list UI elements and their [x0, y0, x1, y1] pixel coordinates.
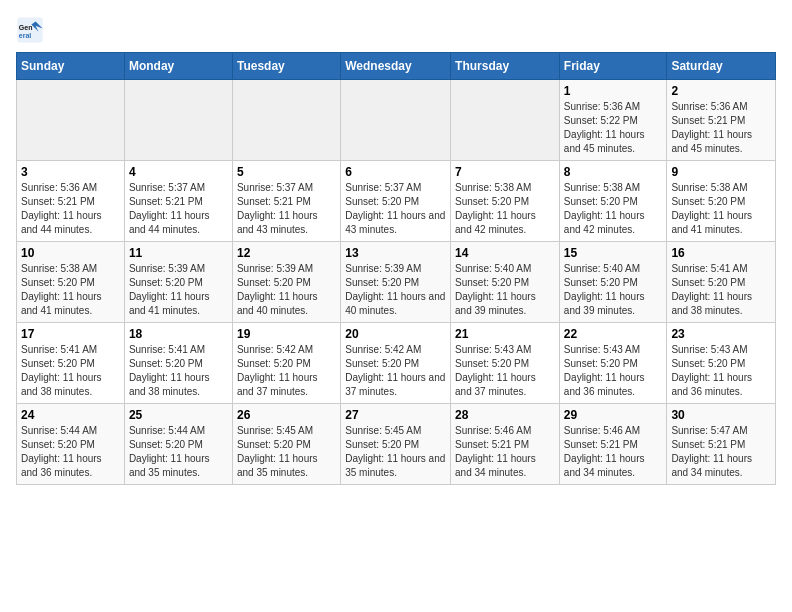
calendar-cell: 21Sunrise: 5:43 AMSunset: 5:20 PMDayligh…	[451, 323, 560, 404]
calendar-cell: 25Sunrise: 5:44 AMSunset: 5:20 PMDayligh…	[124, 404, 232, 485]
day-number: 11	[129, 246, 228, 260]
day-number: 15	[564, 246, 663, 260]
logo: Gen eral	[16, 16, 48, 44]
calendar-cell: 20Sunrise: 5:42 AMSunset: 5:20 PMDayligh…	[341, 323, 451, 404]
day-info: Sunrise: 5:46 AMSunset: 5:21 PMDaylight:…	[455, 424, 555, 480]
day-info: Sunrise: 5:40 AMSunset: 5:20 PMDaylight:…	[564, 262, 663, 318]
day-info: Sunrise: 5:46 AMSunset: 5:21 PMDaylight:…	[564, 424, 663, 480]
weekday-header-wednesday: Wednesday	[341, 53, 451, 80]
day-number: 3	[21, 165, 120, 179]
day-info: Sunrise: 5:38 AMSunset: 5:20 PMDaylight:…	[671, 181, 771, 237]
page-header: Gen eral	[16, 16, 776, 44]
day-number: 29	[564, 408, 663, 422]
day-info: Sunrise: 5:41 AMSunset: 5:20 PMDaylight:…	[129, 343, 228, 399]
calendar-cell: 7Sunrise: 5:38 AMSunset: 5:20 PMDaylight…	[451, 161, 560, 242]
logo-icon: Gen eral	[16, 16, 44, 44]
calendar-cell: 2Sunrise: 5:36 AMSunset: 5:21 PMDaylight…	[667, 80, 776, 161]
day-info: Sunrise: 5:42 AMSunset: 5:20 PMDaylight:…	[345, 343, 446, 399]
day-number: 13	[345, 246, 446, 260]
calendar-cell: 22Sunrise: 5:43 AMSunset: 5:20 PMDayligh…	[559, 323, 667, 404]
calendar-cell	[124, 80, 232, 161]
day-number: 19	[237, 327, 336, 341]
calendar-week-3: 10Sunrise: 5:38 AMSunset: 5:20 PMDayligh…	[17, 242, 776, 323]
day-number: 23	[671, 327, 771, 341]
day-number: 24	[21, 408, 120, 422]
calendar-cell: 14Sunrise: 5:40 AMSunset: 5:20 PMDayligh…	[451, 242, 560, 323]
day-info: Sunrise: 5:45 AMSunset: 5:20 PMDaylight:…	[237, 424, 336, 480]
calendar-cell: 10Sunrise: 5:38 AMSunset: 5:20 PMDayligh…	[17, 242, 125, 323]
day-info: Sunrise: 5:38 AMSunset: 5:20 PMDaylight:…	[455, 181, 555, 237]
day-info: Sunrise: 5:41 AMSunset: 5:20 PMDaylight:…	[21, 343, 120, 399]
day-info: Sunrise: 5:42 AMSunset: 5:20 PMDaylight:…	[237, 343, 336, 399]
day-number: 30	[671, 408, 771, 422]
day-info: Sunrise: 5:39 AMSunset: 5:20 PMDaylight:…	[345, 262, 446, 318]
calendar-cell: 30Sunrise: 5:47 AMSunset: 5:21 PMDayligh…	[667, 404, 776, 485]
day-number: 16	[671, 246, 771, 260]
calendar-cell: 15Sunrise: 5:40 AMSunset: 5:20 PMDayligh…	[559, 242, 667, 323]
day-info: Sunrise: 5:43 AMSunset: 5:20 PMDaylight:…	[564, 343, 663, 399]
day-number: 17	[21, 327, 120, 341]
day-number: 20	[345, 327, 446, 341]
day-number: 8	[564, 165, 663, 179]
day-number: 4	[129, 165, 228, 179]
day-number: 22	[564, 327, 663, 341]
weekday-header-saturday: Saturday	[667, 53, 776, 80]
calendar-cell	[451, 80, 560, 161]
day-info: Sunrise: 5:44 AMSunset: 5:20 PMDaylight:…	[129, 424, 228, 480]
svg-text:Gen: Gen	[19, 24, 33, 31]
weekday-header-sunday: Sunday	[17, 53, 125, 80]
day-info: Sunrise: 5:37 AMSunset: 5:20 PMDaylight:…	[345, 181, 446, 237]
weekday-header-thursday: Thursday	[451, 53, 560, 80]
calendar-cell: 13Sunrise: 5:39 AMSunset: 5:20 PMDayligh…	[341, 242, 451, 323]
day-info: Sunrise: 5:45 AMSunset: 5:20 PMDaylight:…	[345, 424, 446, 480]
day-info: Sunrise: 5:37 AMSunset: 5:21 PMDaylight:…	[129, 181, 228, 237]
calendar-cell: 28Sunrise: 5:46 AMSunset: 5:21 PMDayligh…	[451, 404, 560, 485]
calendar-cell: 8Sunrise: 5:38 AMSunset: 5:20 PMDaylight…	[559, 161, 667, 242]
calendar-cell: 11Sunrise: 5:39 AMSunset: 5:20 PMDayligh…	[124, 242, 232, 323]
day-info: Sunrise: 5:37 AMSunset: 5:21 PMDaylight:…	[237, 181, 336, 237]
day-info: Sunrise: 5:36 AMSunset: 5:21 PMDaylight:…	[671, 100, 771, 156]
calendar-cell: 17Sunrise: 5:41 AMSunset: 5:20 PMDayligh…	[17, 323, 125, 404]
day-number: 25	[129, 408, 228, 422]
day-info: Sunrise: 5:38 AMSunset: 5:20 PMDaylight:…	[564, 181, 663, 237]
calendar-cell: 24Sunrise: 5:44 AMSunset: 5:20 PMDayligh…	[17, 404, 125, 485]
calendar-cell: 9Sunrise: 5:38 AMSunset: 5:20 PMDaylight…	[667, 161, 776, 242]
day-info: Sunrise: 5:40 AMSunset: 5:20 PMDaylight:…	[455, 262, 555, 318]
calendar-cell: 29Sunrise: 5:46 AMSunset: 5:21 PMDayligh…	[559, 404, 667, 485]
calendar-cell: 1Sunrise: 5:36 AMSunset: 5:22 PMDaylight…	[559, 80, 667, 161]
day-number: 28	[455, 408, 555, 422]
day-info: Sunrise: 5:39 AMSunset: 5:20 PMDaylight:…	[129, 262, 228, 318]
svg-text:eral: eral	[19, 32, 32, 39]
calendar-cell: 4Sunrise: 5:37 AMSunset: 5:21 PMDaylight…	[124, 161, 232, 242]
day-number: 18	[129, 327, 228, 341]
calendar-week-5: 24Sunrise: 5:44 AMSunset: 5:20 PMDayligh…	[17, 404, 776, 485]
weekday-header-friday: Friday	[559, 53, 667, 80]
day-info: Sunrise: 5:39 AMSunset: 5:20 PMDaylight:…	[237, 262, 336, 318]
day-info: Sunrise: 5:36 AMSunset: 5:21 PMDaylight:…	[21, 181, 120, 237]
calendar-cell: 12Sunrise: 5:39 AMSunset: 5:20 PMDayligh…	[232, 242, 340, 323]
weekday-header-monday: Monday	[124, 53, 232, 80]
calendar-week-4: 17Sunrise: 5:41 AMSunset: 5:20 PMDayligh…	[17, 323, 776, 404]
calendar-cell	[17, 80, 125, 161]
day-number: 6	[345, 165, 446, 179]
calendar-cell: 6Sunrise: 5:37 AMSunset: 5:20 PMDaylight…	[341, 161, 451, 242]
day-info: Sunrise: 5:36 AMSunset: 5:22 PMDaylight:…	[564, 100, 663, 156]
calendar-cell: 5Sunrise: 5:37 AMSunset: 5:21 PMDaylight…	[232, 161, 340, 242]
calendar-cell: 18Sunrise: 5:41 AMSunset: 5:20 PMDayligh…	[124, 323, 232, 404]
day-info: Sunrise: 5:43 AMSunset: 5:20 PMDaylight:…	[671, 343, 771, 399]
calendar-cell	[341, 80, 451, 161]
day-number: 26	[237, 408, 336, 422]
day-info: Sunrise: 5:43 AMSunset: 5:20 PMDaylight:…	[455, 343, 555, 399]
calendar-cell: 27Sunrise: 5:45 AMSunset: 5:20 PMDayligh…	[341, 404, 451, 485]
day-number: 12	[237, 246, 336, 260]
day-number: 7	[455, 165, 555, 179]
calendar-cell	[232, 80, 340, 161]
calendar-cell: 19Sunrise: 5:42 AMSunset: 5:20 PMDayligh…	[232, 323, 340, 404]
day-number: 1	[564, 84, 663, 98]
calendar-header: SundayMondayTuesdayWednesdayThursdayFrid…	[17, 53, 776, 80]
day-info: Sunrise: 5:44 AMSunset: 5:20 PMDaylight:…	[21, 424, 120, 480]
day-number: 21	[455, 327, 555, 341]
day-number: 9	[671, 165, 771, 179]
calendar-cell: 16Sunrise: 5:41 AMSunset: 5:20 PMDayligh…	[667, 242, 776, 323]
day-number: 14	[455, 246, 555, 260]
